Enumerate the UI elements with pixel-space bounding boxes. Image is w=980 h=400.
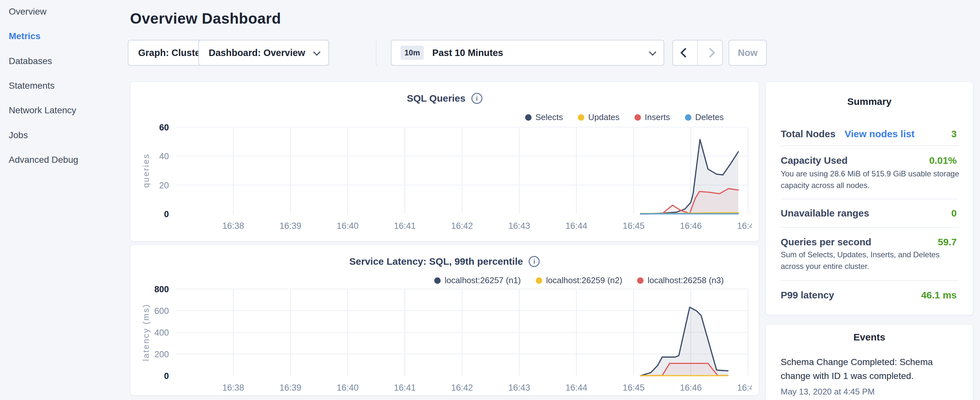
- svg-text:16:46: 16:46: [680, 383, 702, 392]
- svg-text:16:47: 16:47: [737, 221, 752, 231]
- metrics-page: Overview Metrics Databases Statements Ne…: [0, 0, 980, 400]
- time-window-label: Past 10 Minutes: [432, 48, 503, 58]
- legend-label: localhost:26258 (n3): [648, 276, 724, 285]
- divider: [781, 145, 958, 146]
- sql-queries-chart-canvas[interactable]: 16:3816:3916:4016:4116:4216:4316:4416:45…: [138, 124, 752, 234]
- legend-label: Inserts: [645, 112, 670, 122]
- chart-legend: SelectsUpdatesInsertsDeletes: [525, 112, 724, 122]
- qps-value: 59.7: [938, 237, 957, 247]
- p99-latency-value: 46.1 ms: [921, 290, 957, 301]
- svg-text:16:47: 16:47: [737, 383, 752, 392]
- divider: [781, 227, 958, 228]
- sidebar-item-statements[interactable]: Statements: [9, 79, 55, 93]
- chart-title: Service Latency: SQL, 99th percentile: [349, 256, 523, 267]
- svg-text:16:43: 16:43: [508, 221, 530, 231]
- svg-text:0: 0: [164, 209, 169, 219]
- svg-text:16:46: 16:46: [680, 221, 702, 231]
- svg-text:16:45: 16:45: [623, 221, 645, 231]
- svg-text:16:39: 16:39: [280, 383, 302, 392]
- events-title: Events: [766, 332, 973, 343]
- legend-label: Deletes: [695, 112, 724, 122]
- qps-label: Queries per second: [781, 237, 871, 247]
- sidebar-item-overview[interactable]: Overview: [9, 5, 46, 19]
- chevron-down-icon: [649, 49, 657, 56]
- time-window-badge: 10m: [401, 46, 424, 60]
- summary-row-qps: Queries per second 59.7: [781, 234, 957, 250]
- unavailable-ranges-value: 0: [951, 208, 957, 219]
- legend-item[interactable]: localhost:26258 (n3): [637, 276, 724, 285]
- chart-title: SQL Queries: [407, 93, 465, 104]
- event-timestamp: May 13, 2020 at 4:45 PM: [781, 387, 875, 397]
- legend-item[interactable]: Deletes: [685, 112, 724, 122]
- previous-timeframe-button[interactable]: [673, 40, 698, 65]
- legend-dot-icon: [685, 114, 691, 121]
- svg-text:queries: queries: [141, 153, 151, 188]
- time-step-buttons: [672, 40, 723, 66]
- sidebar-item-metrics[interactable]: Metrics: [9, 29, 40, 43]
- legend-item[interactable]: Selects: [525, 112, 563, 122]
- info-icon[interactable]: i: [471, 93, 482, 104]
- summary-panel: Summary Total Nodes View nodes list 3 Ca…: [765, 81, 973, 315]
- info-icon[interactable]: i: [529, 256, 540, 267]
- graph-scope-label: Graph: Cluster: [138, 48, 204, 58]
- dashboard-dropdown[interactable]: Dashboard: Overview: [198, 40, 329, 66]
- legend-label: localhost:26257 (n1): [445, 276, 521, 285]
- svg-text:16:43: 16:43: [508, 383, 530, 392]
- svg-text:600: 600: [154, 306, 169, 316]
- divider: [781, 280, 958, 281]
- total-nodes-label: Total Nodes: [781, 129, 835, 139]
- legend-dot-icon: [635, 114, 641, 121]
- svg-text:16:39: 16:39: [280, 221, 302, 231]
- legend-label: Selects: [535, 112, 563, 122]
- next-timeframe-button[interactable]: [698, 40, 722, 65]
- now-button[interactable]: Now: [729, 40, 767, 66]
- sidebar-item-databases[interactable]: Databases: [9, 54, 52, 68]
- svg-text:16:40: 16:40: [337, 221, 359, 231]
- svg-text:0: 0: [164, 371, 169, 381]
- legend-item[interactable]: Inserts: [635, 112, 670, 122]
- svg-text:20: 20: [159, 180, 169, 190]
- legend-dot-icon: [637, 277, 644, 284]
- service-latency-chart-card: Service Latency: SQL, 99th percentile i …: [130, 245, 759, 395]
- capacity-used-label: Capacity Used: [781, 155, 848, 166]
- legend-item[interactable]: localhost:26257 (n1): [434, 276, 521, 285]
- events-panel: Events Schema Change Completed: Schema c…: [765, 324, 973, 400]
- summary-row-capacity: Capacity Used 0.01%: [781, 153, 957, 168]
- capacity-note: You are using 28.6 MiB of 515.9 GiB usab…: [781, 168, 961, 191]
- summary-row-p99-latency: P99 latency 46.1 ms: [781, 288, 957, 303]
- sidebar-item-advanced-debug[interactable]: Advanced Debug: [9, 153, 78, 167]
- svg-text:16:45: 16:45: [623, 383, 645, 392]
- service-latency-chart-canvas[interactable]: 16:3816:3916:4016:4116:4216:4316:4416:45…: [138, 286, 752, 396]
- legend-label: localhost:26259 (n2): [546, 276, 622, 285]
- legend-item[interactable]: Updates: [578, 112, 620, 122]
- toolbar-divider: [376, 40, 377, 66]
- chart-legend: localhost:26257 (n1)localhost:26259 (n2)…: [434, 276, 724, 285]
- sidebar-item-network-latency[interactable]: Network Latency: [9, 103, 76, 118]
- divider: [781, 199, 958, 199]
- legend-dot-icon: [536, 277, 542, 284]
- capacity-used-value: 0.01%: [929, 155, 957, 166]
- summary-row-total-nodes: Total Nodes View nodes list 3: [781, 126, 957, 142]
- summary-title: Summary: [766, 96, 973, 107]
- event-list-item[interactable]: Schema Change Completed: Schema change w…: [781, 355, 942, 383]
- legend-dot-icon: [525, 114, 531, 121]
- time-range-selector[interactable]: 10m Past 10 Minutes: [391, 40, 664, 66]
- unavailable-ranges-label: Unavailable ranges: [781, 208, 869, 219]
- sidebar-item-jobs[interactable]: Jobs: [9, 128, 28, 142]
- view-nodes-list-link[interactable]: View nodes list: [845, 129, 914, 139]
- svg-text:16:40: 16:40: [337, 383, 359, 392]
- total-nodes-value: 3: [951, 129, 957, 139]
- dashboard-label: Dashboard: Overview: [209, 48, 305, 58]
- legend-dot-icon: [578, 114, 584, 121]
- svg-text:16:44: 16:44: [566, 221, 587, 231]
- p99-latency-label: P99 latency: [781, 290, 834, 301]
- legend-item[interactable]: localhost:26259 (n2): [536, 276, 622, 285]
- sidebar: Overview Metrics Databases Statements Ne…: [0, 0, 123, 400]
- svg-text:16:38: 16:38: [222, 383, 244, 392]
- svg-text:60: 60: [159, 124, 169, 132]
- svg-text:16:42: 16:42: [451, 383, 473, 392]
- svg-text:16:44: 16:44: [566, 383, 587, 392]
- svg-text:200: 200: [154, 349, 169, 359]
- legend-label: Updates: [588, 112, 620, 122]
- svg-text:16:38: 16:38: [222, 221, 244, 231]
